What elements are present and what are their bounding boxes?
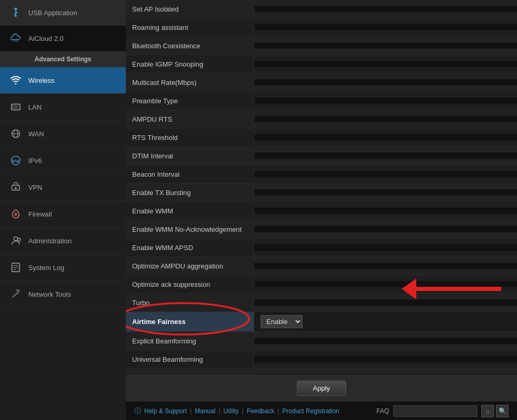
row-value-rts-threshold	[254, 134, 517, 141]
row-label-dtim-interval: DTIM Interval	[126, 148, 254, 164]
sidebar-item-lan[interactable]: LAN	[0, 94, 126, 121]
sidebar-item-usb-application[interactable]: USB Application	[0, 0, 126, 26]
search-find-icon[interactable]: 🔍	[496, 405, 509, 417]
row-label-enable-igmp: Enable IGMP Snooping	[126, 56, 254, 72]
row-label-enable-wmm: Enable WMM	[126, 203, 254, 219]
footer-left: ⓘ Help & Support | Manual | Utility | Fe…	[134, 406, 339, 416]
row-value-beacon-interval	[254, 171, 517, 177]
row-label-roaming-assistant: Roaming assistant	[126, 19, 254, 36]
administration-label: Administration	[28, 237, 71, 245]
search-home-icon[interactable]: ⌂	[481, 405, 494, 417]
settings-table: Set AP Isolated Roaming assistant Blueto…	[126, 0, 517, 375]
syslog-icon	[8, 260, 23, 275]
row-value-enable-wmm-apsd	[254, 244, 517, 251]
usb-icon	[8, 5, 23, 20]
row-value-turbo	[254, 299, 517, 306]
row-label-beacon-interval: Beacon Interval	[126, 166, 254, 182]
svg-point-19	[14, 237, 17, 241]
wan-label: WAN	[28, 130, 44, 138]
usb-application-label: USB Application	[28, 9, 77, 17]
row-label-universal-beamforming: Universal Beamforming	[126, 351, 254, 368]
row-value-optimize-ack	[254, 281, 517, 287]
search-icons: ⌂ 🔍	[481, 405, 509, 417]
tools-icon	[8, 287, 23, 301]
wireless-label: Wireless	[28, 77, 55, 84]
row-label-enable-tx-bursting: Enable TX Bursting	[126, 185, 254, 201]
row-value-set-ap-isolated	[254, 6, 517, 12]
sidebar-item-administration[interactable]: Administration	[0, 228, 126, 254]
firewall-label: Firewall	[28, 210, 52, 218]
svg-rect-0	[14, 8, 17, 10]
table-row: DTIM Interval	[126, 147, 517, 165]
sidebar-item-aicloud[interactable]: 2.0 AiCloud 2.0	[0, 26, 126, 51]
table-row: Roaming assistant	[126, 18, 517, 37]
row-label-optimize-ack: Optimize ack suppression	[126, 276, 254, 293]
footer-link-feedback[interactable]: Feedback	[246, 407, 274, 415]
row-label-rts-threshold: RTS Threshold	[126, 130, 254, 146]
sidebar-item-ipv6[interactable]: IPv6 IPv6	[0, 147, 126, 174]
table-row: AMPDU RTS	[126, 110, 517, 128]
table-row: Set AP Isolated	[126, 0, 517, 18]
sidebar-item-system-log[interactable]: System Log	[0, 254, 126, 281]
svg-point-11	[12, 107, 13, 109]
wireless-icon	[8, 73, 23, 88]
footer-sep-4: |	[277, 407, 279, 415]
row-label-optimize-ampdu: Optimize AMPDU aggregation	[126, 258, 254, 274]
sidebar-item-network-tools[interactable]: Network Tools	[0, 281, 126, 308]
advanced-settings-title: Advanced Settings	[0, 51, 126, 67]
vpn-label: VPN	[28, 184, 42, 191]
sidebar-item-wan[interactable]: WAN	[0, 121, 126, 147]
footer-link-manual[interactable]: Manual	[195, 407, 216, 415]
row-value-enable-wmm-no-ack	[254, 226, 517, 232]
network-tools-label: Network Tools	[28, 290, 71, 298]
svg-point-2	[15, 15, 17, 17]
sidebar-nav: Wireless LAN	[0, 67, 126, 308]
svg-text:2.0: 2.0	[14, 39, 18, 42]
row-value-universal-beamforming	[254, 356, 517, 362]
vpn-icon	[8, 180, 23, 195]
footer-link-product-registration[interactable]: Product Registration	[282, 407, 339, 415]
lan-label: LAN	[28, 103, 41, 111]
row-label-tx-power: Tx power adjustment	[126, 370, 254, 375]
row-value-roaming-assistant	[254, 24, 517, 30]
table-row: Explicit Beamforming	[126, 332, 517, 350]
airtime-fairness-dropdown[interactable]: Enable Disable	[261, 315, 303, 328]
svg-point-20	[18, 238, 20, 241]
svg-text:IPv6: IPv6	[12, 159, 19, 163]
sidebar-item-firewall[interactable]: Firewall	[0, 201, 126, 228]
footer-search-input[interactable]	[393, 405, 477, 417]
faq-label: FAQ	[376, 407, 389, 415]
row-value-ampdu-rts	[254, 116, 517, 122]
row-value-bluetooth-coexistence	[254, 42, 517, 49]
row-value-enable-wmm	[254, 208, 517, 214]
svg-point-6	[15, 83, 17, 84]
footer-link-utility[interactable]: Utility	[223, 407, 239, 415]
help-support-label[interactable]: Help & Support	[144, 407, 187, 415]
aicloud-label: AiCloud 2.0	[28, 35, 63, 42]
ipv6-icon: IPv6	[8, 153, 23, 168]
firewall-icon	[8, 207, 23, 221]
footer-sep-1: |	[190, 407, 191, 415]
table-row: Universal Beamforming	[126, 350, 517, 369]
svg-rect-7	[12, 104, 20, 110]
svg-point-18	[15, 187, 17, 189]
lan-icon	[8, 100, 23, 114]
table-row: Enable TX Bursting	[126, 184, 517, 202]
footer-sep-3: |	[242, 407, 243, 415]
row-label-preamble-type: Preamble Type	[126, 93, 254, 109]
apply-button[interactable]: Apply	[297, 381, 347, 396]
row-label-ampdu-rts: AMPDU RTS	[126, 111, 254, 127]
admin-icon	[8, 233, 23, 248]
row-value-enable-igmp	[254, 61, 517, 67]
wan-icon	[8, 126, 23, 141]
row-label-enable-wmm-no-ack: Enable WMM No-Acknowledgement	[126, 221, 254, 238]
table-row: RTS Threshold	[126, 128, 517, 147]
sidebar-item-wireless[interactable]: Wireless	[0, 67, 126, 94]
row-value-dtim-interval	[254, 153, 517, 159]
table-row: Optimize ack suppression	[126, 275, 517, 294]
table-row: Enable IGMP Snooping	[126, 55, 517, 73]
apply-bar: Apply	[126, 375, 517, 401]
ipv6-label: IPv6	[28, 157, 42, 165]
sidebar-top-section: USB Application 2.0 AiCloud 2.0	[0, 0, 126, 51]
sidebar-item-vpn[interactable]: VPN	[0, 174, 126, 201]
